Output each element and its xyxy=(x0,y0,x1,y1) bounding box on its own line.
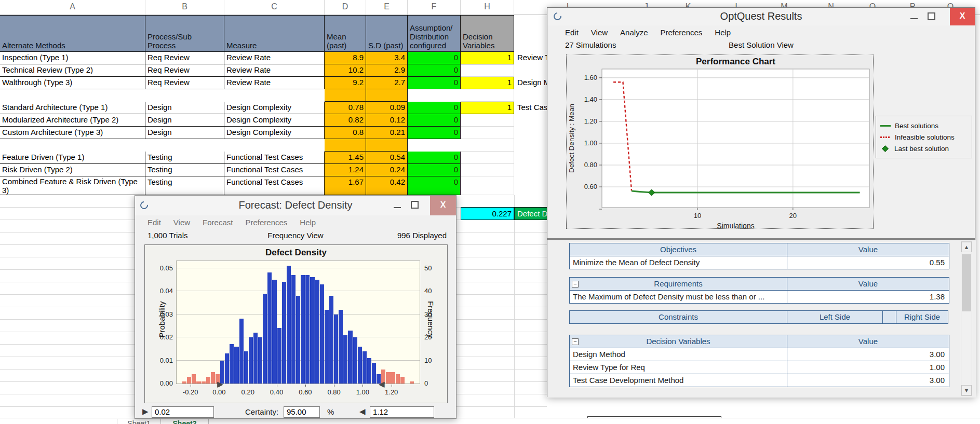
cell-b10[interactable]: Testing xyxy=(145,164,224,176)
header-cell-h[interactable]: Decision Variables xyxy=(461,15,514,52)
forecast-menu-help[interactable]: Help xyxy=(300,218,316,227)
cell-d1[interactable]: 8.9 xyxy=(325,52,366,64)
cell-d5[interactable]: 0.78 xyxy=(325,102,366,114)
cell-h5[interactable]: 1 xyxy=(461,102,514,114)
column-header-D[interactable]: D xyxy=(325,0,366,15)
forecast-titlebar[interactable]: Forecast: Defect Density X xyxy=(135,196,456,215)
cell-e8[interactable] xyxy=(366,139,408,152)
optquest-menu-view[interactable]: View xyxy=(591,28,608,37)
cell-e7[interactable]: 0.21 xyxy=(366,127,408,139)
cell-a11[interactable]: Combined Feature & Risk Driven (Type 3) xyxy=(0,176,145,195)
column-header-A[interactable]: A xyxy=(0,0,145,15)
cell-f2[interactable]: 0 xyxy=(408,64,461,77)
cell-d6[interactable]: 0.82 xyxy=(325,114,366,127)
cell-h4[interactable] xyxy=(461,89,514,102)
header-cell-a[interactable]: Alternate Methods xyxy=(0,15,145,52)
header-cell-c[interactable]: Measure xyxy=(224,15,325,52)
column-header-C[interactable]: C xyxy=(224,0,325,15)
cell-c8[interactable] xyxy=(224,139,325,152)
cell-b3[interactable]: Req Review xyxy=(145,77,224,89)
certainty-value-field[interactable]: 95.00 xyxy=(284,406,320,418)
cell-d7[interactable]: 0.8 xyxy=(325,127,366,139)
cell-a3[interactable]: Walthrough (Type 3) xyxy=(0,77,145,89)
cell-e11[interactable]: 0.42 xyxy=(366,176,408,195)
cell-b1[interactable]: Req Review xyxy=(145,52,224,64)
cell-a8[interactable] xyxy=(0,139,145,152)
cell-c5[interactable]: Design Complexity xyxy=(224,102,325,114)
cell-h1[interactable]: 1 xyxy=(461,52,514,64)
sheet-tab-sheet2[interactable]: Sheet2 xyxy=(160,419,209,424)
cell-b7[interactable]: Design xyxy=(145,127,224,139)
cell-f10[interactable]: 0 xyxy=(408,164,461,176)
cell-c11[interactable]: Functional Test Cases xyxy=(224,176,325,195)
optquest-menu-analyze[interactable]: Analyze xyxy=(620,28,648,37)
optquest-menu-preferences[interactable]: Preferences xyxy=(660,28,702,37)
cell-e1[interactable]: 3.4 xyxy=(366,52,408,64)
cell-a7[interactable]: Custom Architecture (Type 3) xyxy=(0,127,145,139)
cell-f6[interactable]: 0 xyxy=(408,114,461,127)
cell-b4[interactable] xyxy=(145,89,224,102)
cell-h7[interactable] xyxy=(461,127,514,139)
cell-f9[interactable]: 0 xyxy=(408,152,461,164)
cell-a1[interactable]: Inspection (Type 1) xyxy=(0,52,145,64)
cell-b6[interactable]: Design xyxy=(145,114,224,127)
cell-e3[interactable]: 2.7 xyxy=(366,77,408,89)
cell-d2[interactable]: 10.2 xyxy=(325,64,366,77)
cell-d9[interactable]: 1.45 xyxy=(325,152,366,164)
certainty-max-grabber-icon[interactable]: ◀ xyxy=(379,380,385,388)
header-cell-b[interactable]: Process/Sub Process xyxy=(145,15,224,52)
cell-e5[interactable]: 0.09 xyxy=(366,102,408,114)
cell-d8[interactable] xyxy=(325,139,366,152)
cell-a6[interactable]: Modularized Architecture (Type 2) xyxy=(0,114,145,127)
cell-e10[interactable]: 0.24 xyxy=(366,164,408,176)
cell-f7[interactable]: 0 xyxy=(408,127,461,139)
cell-h10[interactable] xyxy=(461,164,514,176)
forecast-menu-view[interactable]: View xyxy=(173,218,190,227)
cell-a2[interactable]: Technical Review (Type 2) xyxy=(0,64,145,77)
cell-h11[interactable] xyxy=(461,176,514,195)
vertical-scrollbar[interactable]: ▲ ▼ xyxy=(961,241,972,396)
cell-f5[interactable]: 0 xyxy=(408,102,461,114)
cell-h8[interactable] xyxy=(461,139,514,152)
collapse-icon[interactable]: − xyxy=(572,338,579,345)
header-cell-f[interactable]: Assumption/ Distribution configured xyxy=(408,15,461,52)
minimize-icon[interactable] xyxy=(394,207,401,208)
cell-e2[interactable]: 2.9 xyxy=(366,64,408,77)
certainty-min-field[interactable]: 0.02 xyxy=(152,406,214,418)
cell-f4[interactable] xyxy=(408,89,461,102)
certainty-min-grabber-icon[interactable]: ▶ xyxy=(217,380,223,388)
cell-f8[interactable] xyxy=(408,139,461,152)
certainty-max-field[interactable]: 1.12 xyxy=(370,406,434,418)
cell-c6[interactable]: Design Complexity xyxy=(224,114,325,127)
cell-a5[interactable]: Standard Architecture (Type 1) xyxy=(0,102,145,114)
cell-e4[interactable] xyxy=(366,89,408,102)
cell-b9[interactable]: Testing xyxy=(145,152,224,164)
cell-a4[interactable] xyxy=(0,89,145,102)
forecast-menu-forecast[interactable]: Forecast xyxy=(203,218,233,227)
cell-b11[interactable]: Testing xyxy=(145,176,224,195)
header-cell-e[interactable]: S.D (past) xyxy=(366,15,408,52)
cell-c3[interactable]: Review Rate xyxy=(224,77,325,89)
cell-a9[interactable]: Feature Driven (Type 1) xyxy=(0,152,145,164)
cell-c4[interactable] xyxy=(224,89,325,102)
cell-b8[interactable] xyxy=(145,139,224,152)
cell-h2[interactable] xyxy=(461,64,514,77)
cell-f11[interactable]: 0 xyxy=(408,176,461,195)
scroll-down-icon[interactable]: ▼ xyxy=(961,385,972,395)
cell-b2[interactable]: Req Review xyxy=(145,64,224,77)
cell-b5[interactable]: Design xyxy=(145,102,224,114)
cell-h9[interactable] xyxy=(461,152,514,164)
cell-c2[interactable]: Review Rate xyxy=(224,64,325,77)
forecast-menu-preferences[interactable]: Preferences xyxy=(245,218,287,227)
column-header-B[interactable]: B xyxy=(145,0,224,15)
optquest-menu-help[interactable]: Help xyxy=(715,28,731,37)
close-icon[interactable]: X xyxy=(430,196,456,215)
cell-e9[interactable]: 0.54 xyxy=(366,152,408,164)
cell-c7[interactable]: Design Complexity xyxy=(224,127,325,139)
column-header-E[interactable]: E xyxy=(366,0,408,15)
cell-c1[interactable]: Review Rate xyxy=(224,52,325,64)
maximize-icon[interactable] xyxy=(411,201,419,209)
sheet-tab-sheet1[interactable]: Sheet1 xyxy=(117,419,160,424)
cell-a10[interactable]: Risk Driven (Type 2) xyxy=(0,164,145,176)
minimize-icon[interactable] xyxy=(910,18,918,19)
